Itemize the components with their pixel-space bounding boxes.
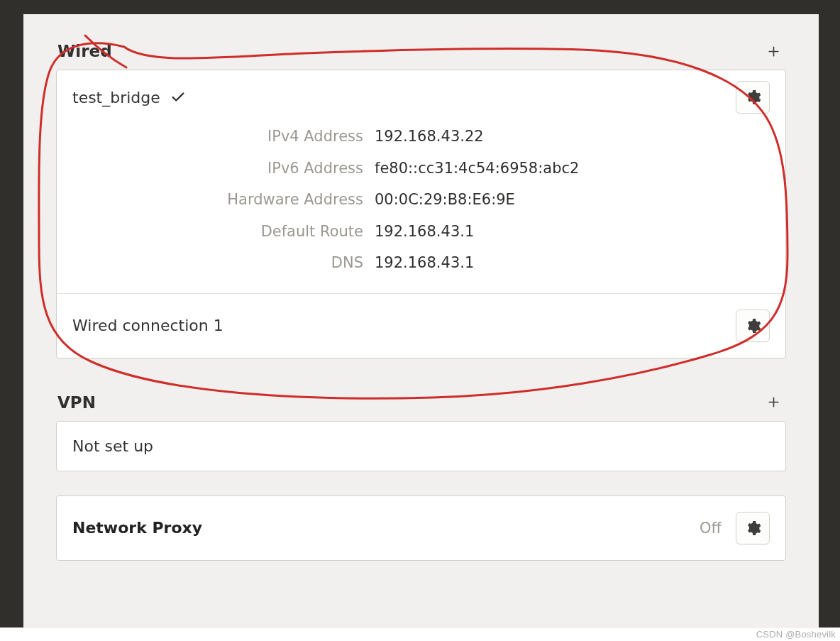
detail-route: Default Route 192.168.43.1 (72, 216, 770, 248)
vpn-row[interactable]: Not set up (57, 422, 785, 471)
detail-hw: Hardware Address 00:0C:29:B8:E6:9E (72, 184, 770, 216)
gear-icon (744, 520, 761, 537)
proxy-status: Off (700, 520, 722, 537)
detail-ipv4: IPv4 Address 192.168.43.22 (72, 121, 770, 153)
wired-conn-details: IPv4 Address 192.168.43.22 IPv6 Address … (57, 121, 785, 293)
network-settings-panel: Wired test_bridge (23, 14, 819, 628)
add-wired-button[interactable] (762, 40, 785, 62)
proxy-card: Network Proxy Off (56, 495, 786, 561)
gear-icon (744, 317, 761, 334)
vpn-status: Not set up (72, 437, 153, 455)
route-value: 192.168.43.1 (375, 220, 474, 243)
wired-conn-name-0: test_bridge (72, 89, 160, 106)
vpn-section-header: VPN (56, 383, 786, 421)
wired-section-header: Wired (56, 31, 786, 70)
wired-connection-active: test_bridge IPv4 Address 192.168.43.22 (57, 70, 785, 294)
wired-conn-name-1: Wired connection 1 (72, 317, 223, 334)
vpn-section-title: VPN (57, 393, 96, 412)
proxy-row[interactable]: Network Proxy Off (57, 496, 785, 560)
ipv6-value: fe80::cc31:4c54:6958:abc2 (375, 157, 579, 180)
detail-ipv6: IPv6 Address fe80::cc31:4c54:6958:abc2 (72, 153, 770, 185)
gear-icon (744, 89, 761, 106)
wired-conn-settings-1[interactable] (736, 309, 770, 342)
proxy-title: Network Proxy (72, 519, 202, 537)
check-icon (170, 89, 186, 105)
watermark: CSDN @Boshevilk (756, 629, 836, 640)
wired-conn-header-0[interactable]: test_bridge (57, 70, 785, 121)
add-vpn-button[interactable] (762, 391, 785, 414)
proxy-settings-button[interactable] (736, 512, 770, 544)
hw-value: 00:0C:29:B8:E6:9E (375, 188, 515, 212)
wired-conn-settings-0[interactable] (736, 81, 770, 114)
detail-dns: DNS 192.168.43.1 (72, 247, 770, 279)
ipv4-value: 192.168.43.22 (375, 125, 484, 148)
wired-card: test_bridge IPv4 Address 192.168.43.22 (56, 70, 786, 358)
wired-connection-secondary[interactable]: Wired connection 1 (57, 294, 785, 358)
dns-value: 192.168.43.1 (375, 251, 474, 275)
wired-section-title: Wired (57, 42, 112, 60)
vpn-card: Not set up (56, 421, 786, 471)
